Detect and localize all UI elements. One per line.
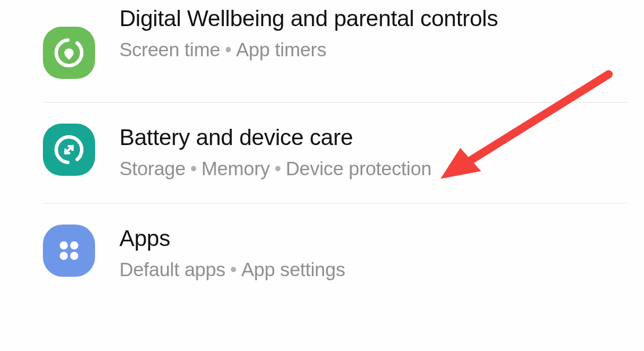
subtitle-part: Default apps: [119, 259, 225, 280]
setting-row-digital-wellbeing[interactable]: Digital Wellbeing and parental controls …: [43, 5, 627, 103]
setting-title: Apps: [119, 225, 627, 253]
setting-subtitle: Default apps•App settings: [119, 259, 627, 281]
subtitle-part: Device protection: [286, 158, 432, 179]
subtitle-part: App settings: [241, 259, 345, 280]
separator-dot: •: [185, 158, 201, 180]
subtitle-part: App timers: [236, 39, 326, 60]
apps-icon: [43, 225, 95, 277]
setting-row-apps[interactable]: Apps Default apps•App settings: [43, 204, 627, 281]
svg-point-3: [70, 241, 78, 249]
setting-subtitle: Screen time•App timers: [119, 39, 627, 61]
setting-subtitle: Storage•Memory•Device protection: [119, 158, 627, 180]
setting-title: Digital Wellbeing and parental controls: [119, 5, 627, 33]
setting-row-battery-device-care[interactable]: Battery and device care Storage•Memory•D…: [43, 103, 627, 204]
svg-point-2: [60, 241, 68, 249]
settings-list: Digital Wellbeing and parental controls …: [0, 0, 644, 281]
separator-dot: •: [225, 259, 241, 281]
subtitle-part: Memory: [202, 158, 270, 179]
digital-wellbeing-icon: [43, 27, 95, 79]
svg-point-5: [70, 252, 78, 260]
device-care-icon: [43, 124, 95, 176]
svg-point-4: [60, 252, 68, 260]
setting-text: Apps Default apps•App settings: [119, 225, 627, 281]
setting-title: Battery and device care: [119, 124, 627, 152]
subtitle-part: Screen time: [119, 39, 220, 60]
separator-dot: •: [220, 39, 236, 61]
separator-dot: •: [270, 158, 286, 180]
subtitle-part: Storage: [119, 158, 185, 179]
setting-text: Battery and device care Storage•Memory•D…: [119, 124, 627, 180]
setting-text: Digital Wellbeing and parental controls …: [119, 5, 627, 61]
